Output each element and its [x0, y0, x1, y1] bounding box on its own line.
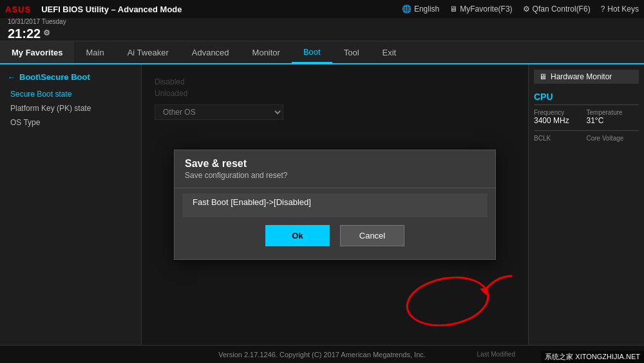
asus-logo: ASUS	[5, 5, 31, 14]
hw-bclk-col: BCLK	[534, 135, 587, 142]
top-bar-icons: 🌐 English 🖥 MyFavorite(F3) ⚙ Qfan Contro…	[402, 5, 639, 14]
ai-tweaker-label: Ai Tweaker	[128, 48, 169, 57]
content-area: ← Boot\Secure Boot Secure Boot state Pla…	[0, 64, 644, 345]
myfavorite-button[interactable]: 🖥 MyFavorite(F3)	[450, 5, 512, 14]
hotkeys-label: Hot Keys	[607, 5, 639, 14]
nav-tool[interactable]: Tool	[332, 41, 371, 63]
main-label: Main	[86, 48, 104, 57]
version-label: Version 2.17.1246. Copyright (C) 2017 Am…	[218, 351, 426, 358]
hw-frequency-col: Frequency 3400 MHz	[534, 109, 587, 125]
hw-temperature-col: Temperature 31°C	[587, 109, 639, 125]
monitor-label: Monitor	[252, 48, 280, 57]
sidebar-item-os-type[interactable]: OS Type	[0, 115, 141, 130]
breadcrumb-label: Boot\Secure Boot	[19, 72, 90, 82]
sidebar-item-secure-boot-state[interactable]: Secure Boot state	[0, 87, 141, 101]
frequency-label: Frequency	[534, 109, 587, 116]
nav-ai-tweaker[interactable]: Ai Tweaker	[116, 41, 180, 63]
dialog-header: Save & reset Save configuration and rese…	[175, 150, 495, 182]
save-reset-dialog-overlay: Save & reset Save configuration and rese…	[142, 64, 528, 345]
language-selector[interactable]: 🌐 English	[402, 5, 439, 14]
nav-advanced[interactable]: Advanced	[180, 41, 241, 63]
right-panel: 🖥 Hardware Monitor CPU Frequency 3400 MH…	[528, 64, 644, 345]
nav-main[interactable]: Main	[74, 41, 115, 63]
language-label: English	[414, 5, 439, 14]
datetime: 10/31/2017 Tuesday 21:22 ⚙	[8, 18, 66, 41]
nav-boot[interactable]: Boot	[292, 41, 332, 63]
monitor-icon: 🖥	[450, 5, 457, 14]
exit-label: Exit	[383, 48, 397, 57]
cancel-button[interactable]: Cancel	[340, 225, 404, 246]
hw-divider	[534, 130, 639, 131]
myfavorite-label: MyFavorite(F3)	[460, 5, 512, 14]
last-modified-label: Last Modified	[477, 351, 515, 358]
dialog-buttons: Ok Cancel	[175, 225, 495, 259]
favorites-label: My Favorites	[12, 48, 62, 57]
date-label: 10/31/2017 Tuesday	[8, 18, 66, 26]
tool-label: Tool	[344, 48, 359, 57]
time-gear-icon[interactable]: ⚙	[43, 28, 50, 37]
nav-monitor[interactable]: Monitor	[241, 41, 292, 63]
nav-favorites[interactable]: My Favorites	[0, 41, 74, 63]
sidebar-breadcrumb: ← Boot\Secure Boot	[0, 70, 141, 87]
top-bar: ASUS UEFI BIOS Utility – Advanced Mode 🌐…	[0, 0, 644, 18]
bclk-label: BCLK	[534, 135, 587, 142]
watermark-label: 系统之家 XITONGZHIJIA.NET	[541, 351, 644, 363]
save-reset-dialog: Save & reset Save configuration and rese…	[174, 150, 496, 260]
hw-monitor-icon: 🖥	[539, 72, 547, 81]
hw-monitor-title: 🖥 Hardware Monitor	[534, 70, 639, 84]
fan-icon: ⚙	[523, 5, 530, 14]
hotkeys-icon: ?	[601, 5, 605, 14]
nav-exit[interactable]: Exit	[371, 41, 408, 63]
core-voltage-label: Core Voltage	[587, 135, 639, 142]
dialog-change-item: Fast Boot [Enabled]->[Disabled]	[182, 193, 488, 217]
hw-monitor-label: Hardware Monitor	[551, 72, 612, 81]
hw-bclk-voltage-row: BCLK Core Voltage	[534, 135, 639, 142]
hotkeys-button[interactable]: ? Hot Keys	[601, 5, 639, 14]
dialog-divider	[175, 188, 495, 188]
time-display: 21:22 ⚙	[8, 26, 66, 41]
boot-label: Boot	[303, 47, 321, 57]
sidebar: ← Boot\Secure Boot Secure Boot state Pla…	[0, 64, 142, 345]
temperature-label: Temperature	[587, 109, 639, 116]
second-bar: 10/31/2017 Tuesday 21:22 ⚙	[0, 18, 644, 41]
temperature-value: 31°C	[587, 116, 639, 125]
bios-title: UEFI BIOS Utility – Advanced Mode	[41, 5, 182, 14]
nav-bar: My Favorites Main Ai Tweaker Advanced Mo…	[0, 41, 644, 64]
hw-voltage-col: Core Voltage	[587, 135, 639, 142]
sidebar-item-platform-key[interactable]: Platform Key (PK) state	[0, 101, 141, 115]
back-arrow-icon[interactable]: ←	[8, 73, 15, 82]
globe-icon: 🌐	[402, 5, 412, 14]
ok-button[interactable]: Ok	[265, 225, 330, 246]
frequency-value: 3400 MHz	[534, 116, 587, 125]
qfan-label: Qfan Control(F6)	[533, 5, 591, 14]
bottom-bar: Last Modified Version 2.17.1246. Copyrig…	[0, 345, 644, 363]
dialog-title: Save & reset	[185, 158, 485, 170]
main-content: Disabled Unloaded Other OS Save & reset …	[142, 64, 528, 345]
qfan-button[interactable]: ⚙ Qfan Control(F6)	[523, 5, 591, 14]
advanced-label: Advanced	[192, 48, 229, 57]
cpu-label: CPU	[534, 89, 639, 105]
dialog-subtitle: Save configuration and reset?	[185, 171, 485, 180]
hw-freq-temp-row: Frequency 3400 MHz Temperature 31°C	[534, 109, 639, 125]
